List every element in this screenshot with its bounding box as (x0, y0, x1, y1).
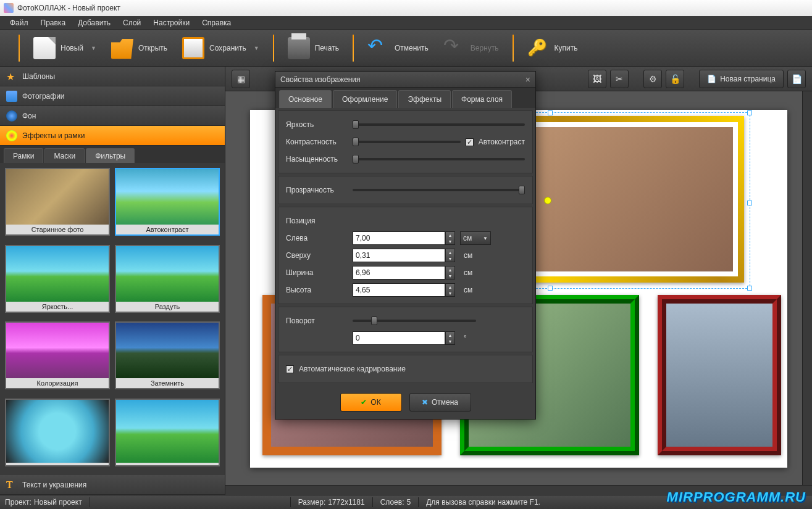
print-icon (288, 37, 310, 59)
subtab-masks[interactable]: Маски (44, 148, 85, 163)
sidebar-subtabs: Рамки Маски Фильтры (0, 146, 225, 163)
status-layers-label: Слоев: (380, 498, 404, 507)
page-plus-icon: 📄 (707, 75, 716, 83)
key-icon (527, 37, 550, 59)
menu-settings[interactable]: Настройки (148, 17, 195, 28)
palette-icon (6, 130, 17, 141)
add-image-button[interactable]: 🖼 (588, 70, 606, 88)
opacity-slider[interactable] (353, 189, 525, 191)
rotation-spinner[interactable]: ▲▼ (445, 331, 455, 345)
brightness-label: Яркость (286, 120, 348, 129)
saturation-label: Насыщенность (286, 155, 348, 163)
menu-edit[interactable]: Правка (36, 17, 71, 28)
autocrop-checkbox[interactable]: ✓ (286, 365, 294, 373)
menu-file[interactable]: Файл (5, 17, 33, 28)
filter-thumb[interactable] (115, 399, 220, 466)
star-icon (6, 71, 17, 82)
rotation-input[interactable] (353, 331, 445, 345)
dialog-titlebar[interactable]: Свойства изображения × (275, 72, 535, 88)
app-icon (4, 3, 14, 13)
status-project-value: Новый проект (34, 498, 82, 507)
brightness-slider[interactable] (353, 123, 525, 126)
frame-red[interactable] (658, 295, 781, 455)
undo-icon (367, 37, 390, 59)
sidebar-text[interactable]: Текст и украшения (0, 475, 225, 495)
tab-effects[interactable]: Эффекты (398, 90, 451, 108)
height-spinner[interactable]: ▲▼ (445, 283, 455, 297)
autocontrast-checkbox[interactable]: ✓ (466, 138, 474, 146)
status-project-label: Проект: (5, 498, 31, 507)
toolbar-separator (353, 35, 354, 62)
sidebar-templates[interactable]: Шаблоны (0, 67, 225, 86)
sidebar-effects[interactable]: Эффекты и рамки (0, 126, 225, 146)
top-input[interactable] (353, 249, 445, 262)
toolbar-separator (273, 35, 274, 62)
settings-button[interactable]: ⚙ (643, 70, 662, 88)
scrollbar-v[interactable] (802, 91, 812, 495)
print-button[interactable]: Печать (280, 33, 346, 63)
lock-button[interactable]: 🔓 (666, 70, 684, 88)
saturation-slider[interactable] (353, 158, 525, 160)
filter-thumb[interactable]: Затемнить (115, 321, 220, 389)
sidebar-background[interactable]: Фон (0, 106, 225, 126)
unit-select[interactable]: см▼ (460, 231, 491, 245)
sidebar-photos[interactable]: Фотографии (0, 86, 225, 106)
tab-main[interactable]: Основное (279, 90, 332, 108)
image-properties-dialog: Свойства изображения × Основное Оформлен… (275, 71, 536, 420)
redo-icon (443, 37, 466, 59)
subtab-frames[interactable]: Рамки (4, 148, 43, 163)
layer-front-button[interactable]: ▦ (232, 70, 250, 88)
left-label: Слева (286, 234, 348, 242)
position-label: Позиция (286, 217, 315, 225)
new-icon (33, 37, 56, 59)
top-spinner[interactable]: ▲▼ (445, 249, 455, 262)
cancel-button[interactable]: ✖Отмена (409, 393, 471, 412)
left-input[interactable] (353, 231, 445, 245)
tab-shape[interactable]: Форма слоя (452, 90, 512, 108)
caret-icon: ▼ (91, 45, 96, 51)
filter-thumb[interactable]: Старинное фото (5, 168, 110, 236)
filter-thumb[interactable]: Яркость... (5, 245, 110, 313)
top-label: Сверху (286, 251, 348, 260)
save-button[interactable]: Сохранить▼ (175, 33, 267, 63)
photo-icon (6, 91, 17, 102)
menu-layer[interactable]: Слой (118, 17, 146, 28)
status-size-label: Размер: (298, 498, 326, 507)
buy-button[interactable]: Купить (520, 33, 585, 63)
open-button[interactable]: Открыть (104, 33, 175, 63)
tab-design[interactable]: Оформление (333, 90, 397, 108)
main-toolbar: Новый▼ Открыть Сохранить▼ Печать Отменит… (0, 30, 812, 67)
rotation-slider[interactable] (353, 320, 476, 322)
status-help-hint: Для вызова справки нажмите F1. (426, 498, 540, 507)
width-spinner[interactable]: ▲▼ (445, 266, 455, 279)
menu-help[interactable]: Справка (197, 17, 236, 28)
filter-thumbnails[interactable]: Старинное фото Автоконтраст Яркость... Р… (0, 163, 225, 475)
page-settings-button[interactable]: 📄 (787, 70, 806, 88)
new-button[interactable]: Новый▼ (26, 33, 104, 63)
close-icon[interactable]: × (525, 75, 530, 85)
height-input[interactable] (353, 283, 445, 297)
filter-thumb[interactable] (5, 399, 110, 466)
contrast-slider[interactable] (353, 141, 461, 143)
sidebar: Шаблоны Фотографии Фон Эффекты и рамки Р… (0, 67, 225, 495)
open-icon (111, 37, 133, 59)
redo-button[interactable]: Вернуть (436, 33, 506, 63)
window-title: ФотоКОЛЛАЖ - Новый проект (17, 4, 120, 12)
new-page-button[interactable]: 📄Новая страница (699, 70, 784, 88)
undo-button[interactable]: Отменить (360, 33, 436, 63)
menu-add[interactable]: Добавить (73, 17, 115, 28)
subtab-filters[interactable]: Фильтры (86, 148, 135, 163)
ok-button[interactable]: ✔ОК (340, 393, 402, 412)
toolbar-separator (19, 35, 20, 62)
crop-button[interactable]: ✂ (610, 70, 629, 88)
filter-thumb[interactable]: Раздуть (115, 245, 220, 313)
left-spinner[interactable]: ▲▼ (445, 231, 455, 245)
x-icon: ✖ (422, 398, 428, 407)
menu-bar: Файл Правка Добавить Слой Настройки Спра… (0, 16, 812, 30)
filter-thumb[interactable]: Колоризация (5, 321, 110, 389)
chevron-down-icon: ▼ (483, 236, 488, 241)
save-icon (182, 37, 204, 59)
title-bar: ФотоКОЛЛАЖ - Новый проект (0, 0, 812, 16)
width-input[interactable] (353, 266, 445, 279)
filter-thumb[interactable]: Автоконтраст (115, 168, 220, 236)
